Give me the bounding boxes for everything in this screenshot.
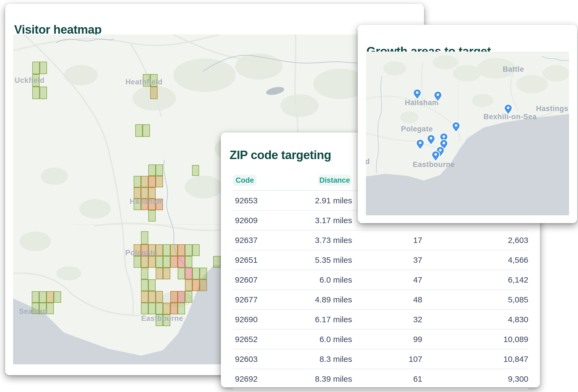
distance-cell: 4.89 miles [267, 295, 352, 304]
place-label-hailsham: Hailsham [130, 197, 164, 206]
column-header-code[interactable]: Code [233, 175, 256, 186]
heatmap-cell [141, 231, 148, 244]
zip-code-cell: 92692 [233, 374, 267, 384]
heatmap-cell [185, 291, 192, 303]
heatmap-cell [143, 124, 150, 137]
zip-code-cell: 92607 [233, 275, 267, 284]
place-label-seaford: Seaford [19, 307, 48, 316]
heatmap-cell [192, 268, 200, 279]
zip-table-row[interactable]: 926526.0 miles9910,089 [233, 330, 528, 349]
heatmap-cell [148, 291, 156, 303]
heatmap-cell [192, 279, 200, 291]
heatmap-cell [141, 256, 148, 268]
count-cell: 107 [352, 355, 422, 364]
distance-cell: 6.0 miles [267, 275, 352, 284]
place-label-eastbourne: Eastbourne [141, 314, 183, 323]
heatmap-cell [163, 268, 170, 279]
population-cell: 2,603 [422, 236, 528, 245]
zip-code-cell: 92603 [233, 355, 267, 364]
heatmap-cell [148, 165, 156, 176]
count-cell: 99 [352, 335, 422, 344]
heatmap-cell [148, 303, 156, 314]
heatmap-cell [185, 268, 192, 279]
heatmap-cell [156, 303, 163, 314]
heatmap-cell [141, 291, 148, 303]
heatmap-cell [185, 244, 192, 256]
heatmap-cell [178, 303, 185, 314]
population-cell: 10,089 [422, 335, 528, 344]
zip-code-cell: 92653 [233, 196, 267, 205]
heatmap-cell [156, 165, 163, 176]
population-cell: 9,300 [422, 374, 528, 384]
heatmap-cell [163, 256, 170, 268]
population-cell: 4,830 [422, 315, 528, 324]
heatmap-cell [134, 256, 141, 268]
heatmap-cell [185, 279, 192, 291]
zip-code-cell: 92609 [233, 216, 267, 225]
distance-cell: 3.73 miles [267, 236, 352, 245]
distance-cell: 6.17 miles [267, 315, 352, 324]
map-pin-icon[interactable] [452, 122, 460, 132]
distance-cell: 6.0 miles [267, 335, 352, 344]
heatmap-cell [148, 176, 156, 187]
heatmap-cell [178, 291, 185, 303]
heatmap-cell [148, 279, 156, 291]
heatmap-cell [141, 176, 148, 187]
growth-areas-map[interactable]: BattleHailshamHastingsBexhill-on-SeaPole… [366, 52, 569, 215]
zip-code-cell: 92690 [233, 315, 267, 324]
heatmap-cell [148, 256, 156, 268]
population-cell: 5,085 [422, 295, 528, 304]
place-label-heathfield: Heathfield [125, 78, 163, 86]
count-cell: 47 [352, 275, 422, 284]
heatmap-cell [178, 256, 185, 268]
count-cell: 61 [352, 374, 422, 384]
heatmap-cell [32, 291, 39, 303]
heatmap-cell [178, 268, 185, 279]
heatmap-cell [178, 244, 185, 256]
heatmap-cell [54, 291, 61, 303]
heatmap-cell [40, 87, 47, 99]
zip-table-row[interactable]: 926076.0 miles476,142 [233, 270, 528, 290]
column-header-distance[interactable]: Distance [318, 175, 351, 186]
distance-cell: 2.91 miles [267, 196, 352, 205]
heatmap-cell [185, 256, 192, 268]
heatmap-cell [32, 62, 40, 74]
heatmap-cell [192, 244, 200, 256]
map-pin-icon[interactable] [413, 89, 421, 100]
map-pin-icon[interactable] [504, 104, 512, 115]
zip-table-row[interactable]: 926373.73 miles172,603 [233, 230, 528, 250]
map-pin-icon[interactable] [434, 91, 442, 102]
heatmap-cell [156, 291, 163, 303]
zip-code-cell: 92652 [233, 335, 267, 344]
zip-targeting-title: ZIP code targeting [230, 149, 331, 161]
heatmap-cell [148, 210, 156, 222]
heatmap-cell [134, 176, 141, 187]
count-cell: 32 [352, 315, 422, 324]
zip-table-row[interactable]: 926774.89 miles485,085 [233, 290, 528, 310]
dashboard-canvas: Visitor heatmap [0, 0, 578, 392]
distance-cell: 8.3 miles [267, 355, 352, 364]
zip-table-row[interactable]: 926906.17 miles324,830 [233, 310, 528, 330]
zip-table-row[interactable]: 926928.39 miles619,300 [233, 369, 528, 389]
distance-cell: 5.35 miles [267, 255, 352, 265]
growth-map-pins-layer [366, 52, 569, 215]
heatmap-cell [141, 268, 148, 279]
heatmap-cell [170, 303, 178, 314]
heatmap-cell [135, 124, 143, 137]
heatmap-cell [156, 256, 163, 268]
growth-areas-card: Growth areas to target [358, 25, 577, 223]
heatmap-cell [32, 87, 40, 99]
heatmap-cell [170, 256, 178, 268]
heatmap-cell [213, 256, 221, 268]
heatmap-cell [46, 303, 54, 314]
map-pin-icon[interactable] [416, 139, 424, 150]
map-pin-icon[interactable] [427, 135, 435, 145]
map-pin-icon[interactable] [432, 151, 440, 162]
place-label-polegate: Polegate [125, 249, 157, 257]
heatmap-cell [192, 165, 199, 176]
heatmap-cell [200, 268, 207, 279]
zip-table-row[interactable]: 926038.3 miles10710,847 [233, 349, 528, 369]
zip-code-cell: 92677 [233, 295, 267, 304]
heatmap-cell [141, 303, 148, 314]
zip-table-row[interactable]: 926515.35 miles374,566 [233, 250, 528, 270]
